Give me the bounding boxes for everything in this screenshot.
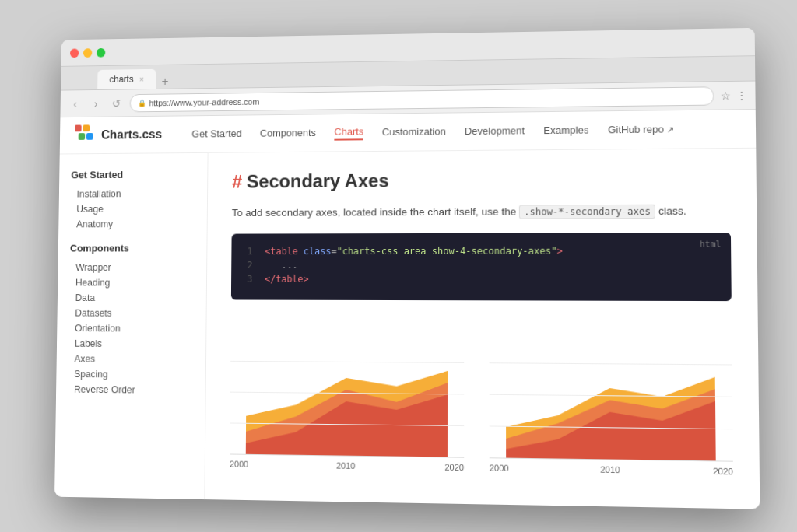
page-title: #Secondary Axes [232, 167, 730, 192]
chart-2-label-0: 2000 [490, 462, 509, 472]
sidebar-item-datasets[interactable]: Datasets [69, 305, 195, 320]
sidebar-item-heading[interactable]: Heading [69, 275, 194, 290]
chart-1-wrapper: 2000 2010 2020 [230, 330, 464, 471]
chart-2-label-2: 2020 [713, 466, 733, 476]
code-line-2: 2 ... [244, 259, 718, 270]
more-icon[interactable]: ⋮ [736, 89, 747, 101]
line-content-1: <table class="charts-css area show-4-sec… [265, 245, 563, 256]
sidebar-section-get-started-title: Get Started [71, 168, 195, 180]
svg-rect-1 [83, 124, 90, 131]
line-content-3: </table> [265, 273, 309, 284]
sidebar-item-reverse-order[interactable]: Reverse Order [68, 381, 193, 397]
toolbar-actions: ☆ ⋮ [721, 89, 748, 102]
chart-1-label-0: 2000 [230, 459, 248, 468]
nav-examples[interactable]: Examples [543, 123, 588, 137]
code-line-1: 1 <table class="charts-css area show-4-s… [244, 244, 718, 256]
sidebar-item-spacing[interactable]: Spacing [68, 366, 194, 383]
code-block: html 1 <table class="charts-css area sho… [231, 232, 732, 300]
forward-button[interactable]: › [88, 96, 103, 111]
svg-rect-2 [79, 133, 86, 140]
lock-icon: 🔒 [138, 99, 146, 107]
chart-1-label-1: 2010 [336, 460, 355, 470]
refresh-button[interactable]: ↺ [109, 95, 124, 110]
close-button[interactable] [70, 47, 79, 57]
traffic-lights [70, 47, 105, 57]
nav-github[interactable]: GitHub repo [608, 122, 674, 136]
charts-container: 2000 2010 2020 [230, 317, 733, 488]
sidebar-item-installation[interactable]: Installation [71, 185, 195, 201]
chart-2 [490, 331, 733, 461]
svg-rect-0 [75, 124, 82, 131]
site-content: Get Started Installation Usage Anatomy C… [54, 148, 760, 509]
sidebar-item-labels[interactable]: Labels [68, 335, 194, 352]
site-header: Charts.css Get Started Components Charts… [60, 110, 757, 154]
tab-close-icon[interactable]: × [139, 75, 144, 83]
inline-code: .show-*-secondary-axes [519, 204, 655, 219]
sidebar-item-orientation[interactable]: Orientation [68, 320, 194, 336]
nav-development[interactable]: Development [465, 124, 525, 138]
sidebar-item-usage[interactable]: Usage [71, 201, 195, 216]
sidebar-item-wrapper[interactable]: Wrapper [70, 260, 195, 275]
nav-components[interactable]: Components [260, 126, 316, 139]
website: Charts.css Get Started Components Charts… [54, 110, 760, 509]
browser-tab[interactable]: charts × [97, 68, 156, 89]
sidebar-item-data[interactable]: Data [69, 290, 194, 306]
chart-2-label-1: 2010 [600, 464, 620, 474]
code-lang-label: html [700, 238, 722, 248]
minimize-button[interactable] [83, 47, 92, 57]
code-line-3: 3 </table> [244, 273, 718, 285]
main-content: #Secondary Axes To add secondary axes, l… [205, 148, 760, 509]
nav-get-started[interactable]: Get Started [191, 127, 241, 140]
chart-2-wrapper: 2000 2010 2020 [490, 331, 733, 476]
site-nav: Get Started Components Charts Customizat… [191, 121, 673, 141]
nav-charts[interactable]: Charts [334, 125, 363, 140]
sidebar-item-anatomy[interactable]: Anatomy [70, 216, 195, 232]
logo-text: Charts.css [101, 128, 162, 142]
line-content-2: ... [265, 259, 298, 270]
line-number-3: 3 [244, 273, 253, 284]
site-logo: Charts.css [75, 124, 162, 145]
browser-window: charts × + ‹ › ↺ 🔒 https://www.your-addr… [54, 27, 760, 509]
sidebar: Get Started Installation Usage Anatomy C… [54, 152, 209, 499]
svg-rect-3 [86, 133, 93, 140]
chart-1-label-2: 2020 [444, 462, 464, 472]
chart-1 [230, 330, 464, 457]
line-number-2: 2 [244, 259, 253, 270]
sidebar-section-components-title: Components [70, 242, 195, 254]
address-bar[interactable]: 🔒 https://www.your-address.com [130, 86, 714, 111]
back-button[interactable]: ‹ [68, 96, 83, 111]
hash-symbol: # [232, 170, 242, 191]
nav-customization[interactable]: Customization [382, 124, 446, 138]
new-tab-button[interactable]: + [161, 75, 168, 89]
address-text: https://www.your-address.com [149, 96, 259, 107]
tab-label: charts [109, 74, 133, 85]
page-description: To add secondary axes, located inside th… [232, 202, 731, 221]
sidebar-item-axes[interactable]: Axes [68, 351, 194, 367]
logo-icon [75, 124, 96, 145]
maximize-button[interactable] [97, 47, 106, 57]
line-number-1: 1 [244, 245, 253, 256]
star-icon[interactable]: ☆ [721, 89, 732, 101]
